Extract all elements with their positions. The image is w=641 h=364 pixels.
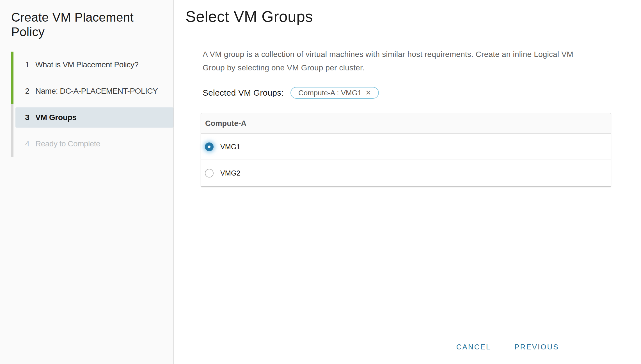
step-row-current: 3 VM Groups bbox=[15, 107, 173, 128]
vmg2-label: VMG2 bbox=[220, 169, 241, 177]
step-number: 2 bbox=[25, 87, 30, 96]
step-label: VM Groups bbox=[35, 113, 77, 122]
wizard-footer: CANCEL PREVIOUS NEXT bbox=[456, 337, 619, 357]
cluster-column-header: Compute-A bbox=[205, 119, 246, 128]
step-3-vm-groups[interactable]: 3 VM Groups bbox=[0, 104, 173, 131]
cancel-button[interactable]: CANCEL bbox=[456, 343, 491, 351]
page-title: Select VM Groups bbox=[186, 7, 641, 26]
step-1-what-is-vm-placement-policy[interactable]: 1 What is VM Placement Policy? bbox=[0, 52, 173, 78]
step-row: 2 Name: DC-A-PLACEMENT-POLICY bbox=[15, 81, 173, 101]
description: A VM group is a collection of virtual ma… bbox=[203, 48, 641, 75]
step-content-pane: Select VM Groups A VM group is a collect… bbox=[174, 0, 641, 364]
step-row: 1 What is VM Placement Policy? bbox=[15, 55, 173, 75]
vmg1-radio[interactable] bbox=[205, 142, 214, 151]
create-vm-placement-policy-wizard: Create VM Placement Policy 1 What is VM … bbox=[0, 0, 641, 364]
selected-vm-groups-row: Selected VM Groups: Compute-A : VMG1 ✕ bbox=[203, 87, 641, 99]
step-row: 4 Ready to Complete bbox=[15, 134, 173, 154]
wizard-step-list: 1 What is VM Placement Policy? 2 Name: D… bbox=[0, 52, 173, 157]
step-label: What is VM Placement Policy? bbox=[35, 60, 138, 69]
step-label: Name: DC-A-PLACEMENT-POLICY bbox=[35, 87, 158, 96]
step-number: 1 bbox=[25, 60, 30, 69]
vmg1-label: VMG1 bbox=[220, 143, 241, 151]
description-line: A VM group is a collection of virtual ma… bbox=[203, 50, 573, 59]
table-row-vmg2: VMG2 bbox=[201, 160, 611, 186]
step-2-name[interactable]: 2 Name: DC-A-PLACEMENT-POLICY bbox=[0, 78, 173, 104]
table-header-row: Compute-A bbox=[201, 113, 611, 134]
vm-groups-table: Compute-A VMG1 VMG2 bbox=[201, 113, 611, 187]
wizard-title: Create VM Placement Policy bbox=[11, 10, 162, 39]
table-row-vmg1: VMG1 bbox=[201, 134, 611, 160]
step-label: Ready to Complete bbox=[35, 139, 100, 148]
chip-remove-icon[interactable]: ✕ bbox=[365, 89, 371, 96]
selected-vm-group-chip[interactable]: Compute-A : VMG1 ✕ bbox=[290, 87, 379, 99]
step-4-ready-to-complete: 4 Ready to Complete bbox=[0, 131, 173, 157]
chip-label: Compute-A : VMG1 bbox=[298, 89, 361, 97]
vmg2-radio[interactable] bbox=[205, 169, 214, 178]
wizard-sidebar: Create VM Placement Policy 1 What is VM … bbox=[0, 0, 174, 364]
step-number: 4 bbox=[25, 139, 30, 148]
step-content: A VM group is a collection of virtual ma… bbox=[201, 48, 641, 187]
next-button[interactable]: NEXT bbox=[575, 337, 619, 357]
previous-button[interactable]: PREVIOUS bbox=[506, 337, 567, 357]
description-line: Group by selecting one VM Group per clus… bbox=[203, 63, 365, 72]
selected-vm-groups-label: Selected VM Groups: bbox=[203, 88, 284, 98]
step-number: 3 bbox=[25, 113, 30, 122]
